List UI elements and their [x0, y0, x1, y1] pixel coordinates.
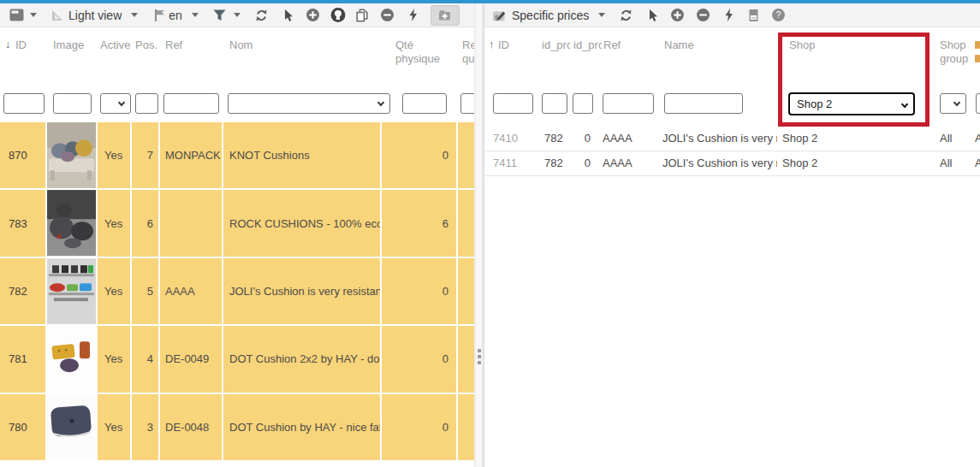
- cell-nom[interactable]: ROCK CUSHIONS - 100% ecologic: [223, 190, 380, 256]
- cell-pos[interactable]: 4: [132, 326, 158, 392]
- col-header-ref[interactable]: Ref: [165, 38, 182, 52]
- view-mode-caret-icon[interactable]: [131, 13, 138, 17]
- remove-row-icon[interactable]: [695, 8, 710, 23]
- cell-qty[interactable]: 0: [382, 258, 456, 324]
- cell-active[interactable]: Yes: [98, 122, 130, 188]
- language-caret-icon[interactable]: [192, 13, 199, 17]
- cell-ref[interactable]: AAAA: [603, 127, 656, 151]
- help-icon[interactable]: ?: [770, 8, 786, 23]
- cell-clipped[interactable]: [458, 326, 474, 392]
- window-layout-icon[interactable]: [9, 8, 24, 23]
- panel-title-caret-icon[interactable]: [598, 13, 605, 17]
- cell-nom[interactable]: DOT Cushion by HAY - nice fabric: [223, 394, 380, 460]
- filter-id-prc2-input[interactable]: [573, 93, 593, 114]
- cell-pos[interactable]: 7: [132, 122, 158, 188]
- cell-active[interactable]: Yes: [98, 394, 130, 460]
- product-image[interactable]: [47, 122, 96, 188]
- window-layout-caret-icon[interactable]: [30, 13, 37, 17]
- filter-ref-input[interactable]: [603, 93, 654, 114]
- product-image[interactable]: [47, 326, 96, 392]
- col-header-id[interactable]: ID: [15, 38, 27, 52]
- cell-id-prc[interactable]: 782: [544, 151, 570, 175]
- cell-nom[interactable]: JOLI's Cushion is very resistant: [223, 258, 380, 324]
- cell-pos[interactable]: 6: [132, 190, 158, 256]
- col-header-image[interactable]: Image: [53, 38, 84, 52]
- col-header-shop-group[interactable]: Shop group: [940, 38, 976, 66]
- filter-pos-input[interactable]: [135, 93, 158, 114]
- cell-ref[interactable]: AAAA: [603, 151, 656, 175]
- cell-id[interactable]: 870: [0, 122, 45, 188]
- product-image[interactable]: [47, 190, 96, 256]
- cell-ref[interactable]: DE-0049: [160, 326, 222, 392]
- language-label[interactable]: en: [169, 9, 182, 22]
- cell-clipped[interactable]: [458, 394, 474, 460]
- filter-id-input[interactable]: [493, 93, 533, 114]
- panel-title[interactable]: Specific prices: [512, 9, 589, 22]
- filter-ref-input[interactable]: [163, 93, 219, 114]
- cell-shop[interactable]: Shop 2: [782, 127, 911, 151]
- cell-active[interactable]: Yes: [98, 326, 130, 392]
- cell-qty[interactable]: 0: [382, 326, 456, 392]
- col-header-shop[interactable]: Shop: [789, 38, 815, 52]
- filter-shop-select[interactable]: Shop 2: [788, 92, 915, 115]
- col-header-id-prc[interactable]: id_prc: [542, 38, 570, 52]
- quick-actions-icon[interactable]: [406, 8, 421, 23]
- cell-ref[interactable]: AAAA: [160, 258, 222, 324]
- select-cursor-icon[interactable]: [644, 8, 659, 23]
- product-image[interactable]: [47, 258, 96, 324]
- cell-clipped[interactable]: [458, 190, 474, 256]
- cell-pos[interactable]: 5: [132, 258, 158, 324]
- filter-id-input[interactable]: [3, 93, 45, 114]
- col-header-name[interactable]: Name: [664, 38, 694, 52]
- view-mode-label[interactable]: Light view: [68, 9, 122, 22]
- duplicate-icon[interactable]: [354, 8, 370, 23]
- select-cursor-icon[interactable]: [280, 8, 295, 23]
- cell-nom[interactable]: DOT Cushion 2x2 by HAY - double: [223, 326, 380, 392]
- col-header-clipped[interactable]: Re qu: [462, 38, 474, 66]
- col-header-id[interactable]: ID: [498, 38, 509, 52]
- filter-name-input[interactable]: [664, 93, 743, 114]
- add-row-icon[interactable]: [669, 8, 685, 23]
- col-header-active[interactable]: Active: [100, 38, 130, 52]
- cell-id-prc2[interactable]: 0: [570, 127, 591, 151]
- cell-id[interactable]: 780: [0, 394, 45, 460]
- cell-active[interactable]: Yes: [98, 258, 130, 324]
- refresh-icon[interactable]: [254, 8, 270, 23]
- cell-pos[interactable]: 3: [132, 394, 158, 460]
- col-header-qty-physique[interactable]: Qté physique: [395, 38, 445, 66]
- cell-id-prc[interactable]: 782: [544, 127, 570, 151]
- cell-nom[interactable]: KNOT Cushions: [223, 122, 380, 188]
- prestashop-icon[interactable]: [330, 8, 346, 23]
- cell-qty[interactable]: 0: [382, 394, 456, 460]
- cell-ref[interactable]: DE-0048: [160, 394, 222, 460]
- cell-qty[interactable]: 0: [382, 122, 456, 188]
- product-image[interactable]: [47, 394, 96, 460]
- filter-clipped-input[interactable]: [976, 93, 980, 114]
- cell-clipped[interactable]: All: [975, 127, 980, 151]
- cell-clipped[interactable]: [458, 122, 474, 188]
- filter-caret-icon[interactable]: [234, 13, 241, 17]
- cell-ref[interactable]: [160, 190, 222, 256]
- filter-id-prc-input[interactable]: [542, 93, 567, 114]
- filter-image-input[interactable]: [53, 93, 92, 114]
- cell-id[interactable]: 783: [0, 190, 45, 256]
- cell-shop[interactable]: Shop 2: [782, 151, 911, 175]
- filter-shop-group-select[interactable]: [940, 93, 966, 114]
- cell-id-prc2[interactable]: 0: [570, 151, 591, 175]
- filter-icon[interactable]: [212, 8, 228, 23]
- csv-export-icon[interactable]: csv: [745, 8, 761, 23]
- cell-qty[interactable]: 6: [382, 190, 456, 256]
- cell-id[interactable]: 7410: [493, 127, 527, 151]
- cell-shop-group[interactable]: All: [940, 127, 971, 151]
- col-header-pos[interactable]: Pos.: [135, 38, 157, 52]
- cell-shop-group[interactable]: All: [940, 151, 971, 175]
- filter-clipped-input[interactable]: [460, 93, 474, 114]
- add-row-icon[interactable]: [306, 8, 321, 23]
- refresh-icon[interactable]: [618, 8, 633, 23]
- col-header-nom[interactable]: Nom: [229, 38, 252, 52]
- quick-actions-icon[interactable]: [721, 8, 736, 23]
- filter-active-select[interactable]: [100, 93, 131, 114]
- cell-ref[interactable]: MONPACK: [160, 122, 222, 188]
- col-header-ref[interactable]: Ref: [603, 38, 621, 52]
- filter-nom-select[interactable]: [228, 93, 390, 114]
